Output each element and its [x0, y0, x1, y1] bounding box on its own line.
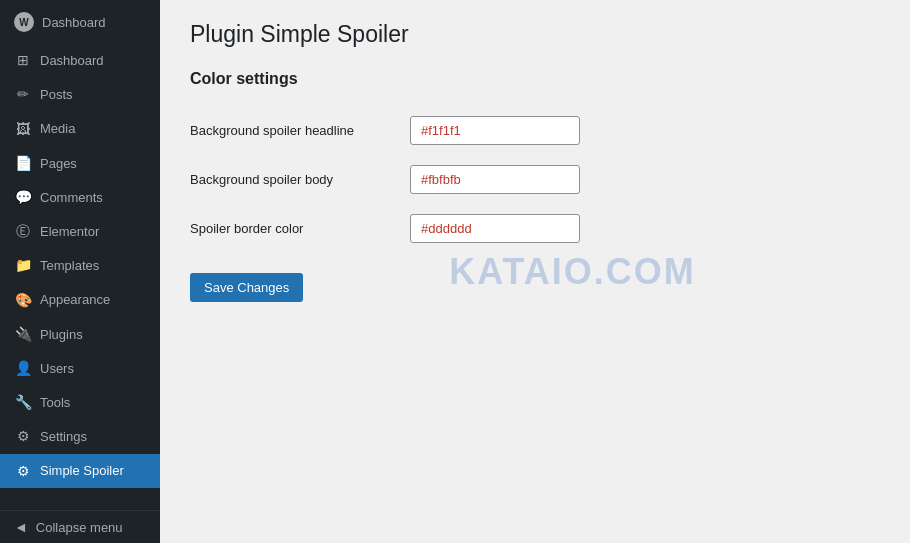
main-content: Plugin Simple Spoiler Color settings Bac…: [160, 0, 910, 322]
section-title: Color settings: [190, 70, 880, 96]
sidebar-item-comments[interactable]: 💬Comments: [0, 181, 160, 215]
collapse-label: Collapse menu: [36, 520, 123, 535]
posts-icon: ✏: [14, 86, 32, 104]
input-border-color[interactable]: [410, 214, 580, 243]
users-icon: 👤: [14, 360, 32, 378]
posts-label: Posts: [40, 86, 73, 104]
sidebar-item-media[interactable]: 🖼Media: [0, 112, 160, 146]
media-label: Media: [40, 120, 75, 138]
form-row-bg-body: Background spoiler body: [190, 165, 880, 194]
tools-label: Tools: [40, 394, 70, 412]
templates-label: Templates: [40, 257, 99, 275]
save-changes-button[interactable]: Save Changes: [190, 273, 303, 302]
sidebar: W Dashboard ⊞Dashboard✏Posts🖼Media📄Pages…: [0, 0, 160, 543]
sidebar-logo-label: Dashboard: [42, 15, 106, 30]
sidebar-item-users[interactable]: 👤Users: [0, 352, 160, 386]
page-title-plugin: Plugin: [190, 21, 260, 47]
settings-icon: ⚙: [14, 428, 32, 446]
label-border-color: Spoiler border color: [190, 221, 410, 236]
sidebar-item-dashboard[interactable]: ⊞Dashboard: [0, 44, 160, 78]
sidebar-item-posts[interactable]: ✏Posts: [0, 78, 160, 112]
active-arrow: [140, 465, 146, 477]
sidebar-item-elementor[interactable]: ⒺElementor: [0, 215, 160, 249]
sidebar-item-tools[interactable]: 🔧Tools: [0, 386, 160, 420]
collapse-icon: ◄: [14, 519, 28, 535]
label-bg-body: Background spoiler body: [190, 172, 410, 187]
simple-spoiler-icon: ⚙: [14, 462, 32, 480]
sidebar-logo[interactable]: W Dashboard: [0, 0, 160, 44]
form-row-bg-headline: Background spoiler headline: [190, 116, 880, 145]
pages-icon: 📄: [14, 155, 32, 173]
sidebar-item-simple-spoiler[interactable]: ⚙Simple Spoiler: [0, 454, 160, 488]
sidebar-item-appearance[interactable]: 🎨Appearance: [0, 283, 160, 317]
appearance-label: Appearance: [40, 291, 110, 309]
appearance-icon: 🎨: [14, 291, 32, 309]
dashboard-label: Dashboard: [40, 52, 104, 70]
comments-label: Comments: [40, 189, 103, 207]
wp-logo-icon: W: [14, 12, 34, 32]
label-bg-headline: Background spoiler headline: [190, 123, 410, 138]
elementor-icon: Ⓔ: [14, 223, 32, 241]
input-bg-headline[interactable]: [410, 116, 580, 145]
nav-items: ⊞Dashboard✏Posts🖼Media📄Pages💬CommentsⒺEl…: [0, 44, 160, 488]
comments-icon: 💬: [14, 189, 32, 207]
media-icon: 🖼: [14, 120, 32, 138]
sidebar-item-settings[interactable]: ⚙Settings: [0, 420, 160, 454]
page-title-name: Simple Spoiler: [260, 21, 408, 47]
input-bg-body[interactable]: [410, 165, 580, 194]
templates-icon: 📁: [14, 257, 32, 275]
page-title: Plugin Simple Spoiler: [190, 20, 880, 50]
sidebar-item-pages[interactable]: 📄Pages: [0, 147, 160, 181]
plugins-icon: 🔌: [14, 326, 32, 344]
plugins-label: Plugins: [40, 326, 83, 344]
form-row-border-color: Spoiler border color: [190, 214, 880, 243]
tools-icon: 🔧: [14, 394, 32, 412]
dashboard-icon: ⊞: [14, 52, 32, 70]
simple-spoiler-label: Simple Spoiler: [40, 462, 124, 480]
users-label: Users: [40, 360, 74, 378]
sidebar-item-plugins[interactable]: 🔌Plugins: [0, 318, 160, 352]
elementor-label: Elementor: [40, 223, 99, 241]
color-settings-form: Background spoiler headlineBackground sp…: [190, 116, 880, 243]
collapse-menu[interactable]: ◄ Collapse menu: [0, 510, 160, 543]
settings-label: Settings: [40, 428, 87, 446]
sidebar-item-templates[interactable]: 📁Templates: [0, 249, 160, 283]
pages-label: Pages: [40, 155, 77, 173]
